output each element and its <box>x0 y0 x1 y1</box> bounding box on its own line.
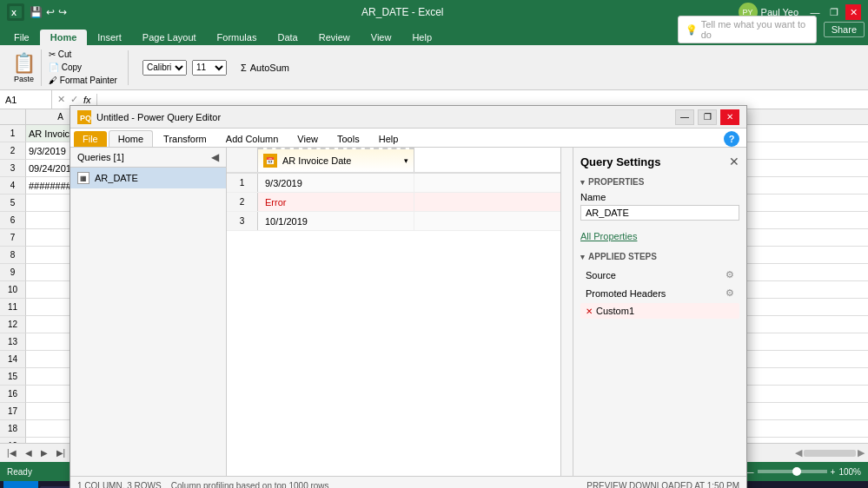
tab-view[interactable]: View <box>361 30 402 45</box>
zoom-thumb <box>792 467 801 476</box>
pq-tab-transform[interactable]: Transform <box>155 131 215 147</box>
row-14[interactable]: 14 <box>0 351 26 368</box>
name-box[interactable]: A1 <box>0 90 52 109</box>
autosum-label[interactable]: AutoSum <box>250 63 289 73</box>
sidebar-item-ar-date[interactable]: ▦ AR_DATE <box>70 168 226 188</box>
quick-access-redo[interactable]: ↪ <box>58 6 67 18</box>
pq-col-name: AR Invoice Date <box>282 155 399 166</box>
qs-name-input[interactable] <box>580 205 739 221</box>
pq-col-dropdown-icon[interactable]: ▾ <box>404 156 408 165</box>
row-9[interactable]: 9 <box>0 264 26 281</box>
applied-steps-collapse-icon[interactable]: ▾ <box>580 253 585 261</box>
pq-col-header-date[interactable]: 📅 AR Invoice Date ▾ <box>258 148 414 172</box>
pq-status-right: PREVIEW DOWNLOADED AT 1:50 PM <box>586 481 739 488</box>
row-1[interactable]: 1 <box>0 125 26 142</box>
formula-icons: ✕ ✓ fx <box>52 94 97 105</box>
font-family-select[interactable]: Calibri <box>142 60 187 76</box>
tab-review[interactable]: Review <box>308 30 361 45</box>
pq-app-icon: PQ <box>77 110 91 124</box>
tell-me-icon: 💡 <box>686 24 698 36</box>
tab-formulas[interactable]: Formulas <box>207 30 268 45</box>
row-3[interactable]: 3 <box>0 160 26 177</box>
pq-right-scrollbar[interactable] <box>560 148 573 476</box>
zoom-slider[interactable] <box>758 470 827 473</box>
scroll-right-icon[interactable]: ▶ <box>858 447 865 458</box>
qs-all-properties-link[interactable]: All Properties <box>580 231 637 241</box>
pq-restore-button[interactable]: ❐ <box>698 109 717 125</box>
tell-me-text: Tell me what you want to do <box>701 19 809 40</box>
pq-tab-tools[interactable]: Tools <box>328 131 368 147</box>
format-painter-button[interactable]: 🖌 Format Painter <box>45 74 121 87</box>
insert-function-icon[interactable]: fx <box>83 95 91 105</box>
pq-tab-view[interactable]: View <box>288 131 327 147</box>
pq-column-profile-label: Column profiling based on top 1000 rows <box>171 481 329 488</box>
font-size-select[interactable]: 11 <box>192 60 227 76</box>
row-10[interactable]: 10 <box>0 281 26 299</box>
sheet-nav-last[interactable]: ▶| <box>53 447 70 458</box>
tab-page-layout[interactable]: Page Layout <box>132 30 207 45</box>
pq-row-num-col <box>227 148 258 172</box>
row-12[interactable]: 12 <box>0 316 26 333</box>
pq-cell-1-1[interactable]: 9/3/2019 <box>258 174 414 192</box>
sheet-nav-first[interactable]: |◀ <box>3 447 20 458</box>
pq-tab-file[interactable]: File <box>74 131 107 147</box>
pq-tab-home[interactable]: Home <box>109 130 153 147</box>
list-item[interactable]: Source ⚙ <box>580 267 739 283</box>
cut-button[interactable]: ✂ Cut <box>45 48 121 61</box>
list-item[interactable]: Promoted Headers ⚙ <box>580 285 739 301</box>
row-11[interactable]: 11 <box>0 299 26 316</box>
step-promoted-gear-icon[interactable]: ⚙ <box>726 287 734 299</box>
pq-close-button[interactable]: ✕ <box>720 109 739 125</box>
pq-minimize-button[interactable]: — <box>675 109 694 125</box>
applied-steps-label: APPLIED STEPS <box>588 252 657 261</box>
row-7[interactable]: 7 <box>0 229 26 247</box>
qs-close-button[interactable]: ✕ <box>729 155 739 168</box>
tab-help[interactable]: Help <box>401 30 442 45</box>
quick-access-save[interactable]: 💾 <box>30 6 43 18</box>
row-19[interactable]: 19 <box>0 438 26 443</box>
row-6[interactable]: 6 <box>0 212 26 229</box>
pq-cell-3-1[interactable]: 10/1/2019 <box>258 212 414 230</box>
row-2[interactable]: 2 <box>0 142 26 160</box>
sheet-nav-next[interactable]: ▶ <box>37 447 51 458</box>
cancel-formula-icon[interactable]: ✕ <box>57 94 65 105</box>
row-16[interactable]: 16 <box>0 386 26 403</box>
pq-cell-2-1[interactable]: Error <box>258 193 414 211</box>
row-4[interactable]: 4 <box>0 177 26 195</box>
pq-help-icon[interactable]: ? <box>724 131 739 147</box>
zoom-control[interactable]: — + 100% <box>745 467 861 477</box>
pq-title-text: Untitled - Power Query Editor <box>96 112 221 122</box>
tab-insert[interactable]: Insert <box>87 30 132 45</box>
tab-home[interactable]: Home <box>40 30 88 45</box>
pq-ribbon-tabs: File Home Transform Add Column View Tool… <box>70 129 746 148</box>
row-17[interactable]: 17 <box>0 403 26 420</box>
row-8[interactable]: 8 <box>0 247 26 264</box>
scroll-left-icon[interactable]: ◀ <box>795 447 802 458</box>
confirm-formula-icon[interactable]: ✓ <box>70 94 78 105</box>
pq-tab-add-column[interactable]: Add Column <box>217 131 288 147</box>
paste-button[interactable]: 📋 Paste <box>7 49 42 86</box>
sigma-icon: Σ <box>241 63 247 73</box>
pq-column-row-count: 1 COLUMN, 3 ROWS <box>77 481 162 488</box>
tell-me-bar[interactable]: 💡 Tell me what you want to do <box>678 16 817 43</box>
row-15[interactable]: 15 <box>0 368 26 386</box>
queries-collapse-button[interactable]: ◀ <box>211 151 219 163</box>
quick-access-undo[interactable]: ↩ <box>46 6 55 18</box>
list-item[interactable]: ✕ Custom1 <box>580 303 739 319</box>
sheet-nav-prev[interactable]: ◀ <box>22 447 36 458</box>
start-button[interactable] <box>3 481 38 488</box>
pq-tab-help[interactable]: Help <box>370 131 407 147</box>
svg-text:X: X <box>11 9 17 17</box>
row-5[interactable]: 5 <box>0 195 26 212</box>
row-18[interactable]: 18 <box>0 420 26 438</box>
share-button[interactable]: Share <box>824 22 865 37</box>
tab-data[interactable]: Data <box>267 30 308 45</box>
properties-collapse-icon[interactable]: ▾ <box>580 178 585 187</box>
tab-file[interactable]: File <box>3 30 40 45</box>
row-13[interactable]: 13 <box>0 333 26 351</box>
copy-button[interactable]: 📄 Copy <box>45 61 121 74</box>
step-source-gear-icon[interactable]: ⚙ <box>726 269 734 280</box>
zoom-in-icon[interactable]: + <box>831 467 836 477</box>
step-error-icon: ✕ <box>586 307 593 316</box>
applied-steps-list: Source ⚙ Promoted Headers ⚙ <box>580 267 739 319</box>
